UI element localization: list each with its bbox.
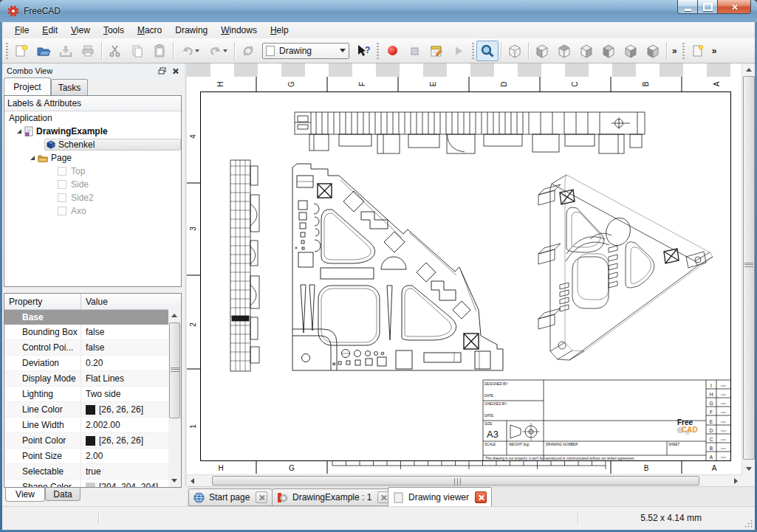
property-row[interactable]: Deviation0.20 — [4, 356, 168, 371]
scroll-up-icon[interactable] — [171, 314, 177, 317]
scrollbar-thumb[interactable] — [169, 322, 180, 418]
top-view-button[interactable] — [553, 41, 575, 61]
redo-dropdown-caret[interactable] — [223, 49, 227, 52]
property-scrollbar[interactable] — [168, 309, 181, 487]
macro-play-button[interactable] — [448, 41, 470, 61]
title-bar[interactable]: FreeCAD — [0, 0, 757, 23]
new-document-button[interactable] — [10, 41, 32, 61]
expander-icon[interactable] — [30, 156, 35, 160]
paste-button[interactable] — [148, 41, 171, 61]
menu-drawing[interactable]: Drawing — [168, 23, 214, 38]
vertical-scrollbar[interactable] — [741, 63, 755, 474]
close-panel-button[interactable] — [170, 66, 180, 75]
front-view-button[interactable] — [531, 41, 553, 61]
tree-item-page[interactable]: Page — [4, 151, 181, 165]
right-view-button[interactable] — [575, 41, 597, 61]
combo-view-titlebar[interactable]: Combo View — [2, 63, 185, 77]
menu-file[interactable]: File — [8, 23, 35, 38]
print-button[interactable] — [77, 41, 99, 61]
save-button[interactable] — [55, 41, 77, 61]
property-row[interactable]: Line Color[26, 26, 26] — [4, 402, 168, 418]
menu-view[interactable]: View — [64, 23, 97, 38]
rear-view-button[interactable] — [597, 41, 620, 61]
axonometric-view-button[interactable] — [504, 41, 526, 61]
tree-item-axo[interactable]: Axo — [4, 204, 181, 218]
expander-icon[interactable] — [17, 129, 21, 134]
property-row[interactable]: Point Color[26, 26, 26] — [4, 433, 168, 449]
resize-grip[interactable] — [744, 519, 753, 528]
property-row[interactable]: Bounding Boxfalse — [4, 325, 168, 340]
cube-top-icon — [556, 43, 572, 59]
svg-text:1: 1 — [189, 424, 197, 429]
toolbar-drag-handle[interactable] — [377, 43, 379, 59]
menu-macro[interactable]: Macro — [131, 23, 168, 38]
macro-stop-button[interactable] — [403, 41, 425, 61]
open-document-button[interactable] — [32, 41, 55, 61]
tab-data[interactable]: Data — [45, 488, 81, 501]
scroll-left-icon[interactable] — [191, 478, 194, 484]
tab-drawing-example[interactable]: DrawingExample : 1 — [272, 488, 394, 506]
scrollbar-thumb[interactable] — [212, 476, 699, 486]
property-row[interactable]: Selectabletrue — [4, 464, 168, 480]
tree-item-document[interactable]: DrawingExample — [4, 125, 181, 138]
maximize-button[interactable] — [697, 0, 718, 14]
toolbar-drag-handle[interactable] — [472, 43, 474, 59]
tab-view[interactable]: View — [5, 488, 45, 502]
toolbar-drag-handle[interactable] — [6, 43, 8, 59]
property-row[interactable]: Control Poi...false — [4, 340, 168, 356]
property-row[interactable]: Line Width2.002.00 — [4, 418, 168, 433]
column-header-property[interactable]: Property — [4, 294, 81, 309]
tree-item-top[interactable]: Top — [4, 165, 181, 178]
minimize-button[interactable] — [677, 0, 698, 14]
cut-button[interactable] — [104, 41, 126, 61]
tree-root-application[interactable]: Application — [4, 111, 181, 125]
drawing-viewer-canvas[interactable]: H G F E D C B A 4 3 2 1 H G B A — [187, 63, 741, 474]
workbench-selector[interactable]: Drawing — [262, 43, 349, 59]
left-view-button[interactable] — [642, 41, 664, 61]
whats-this-button[interactable]: ? — [352, 41, 374, 61]
tab-close-button[interactable] — [475, 491, 487, 503]
horizontal-scrollbar[interactable] — [187, 474, 741, 486]
svg-text:DRAWING NUMBER: DRAWING NUMBER — [546, 443, 578, 446]
macro-edit-button[interactable] — [425, 41, 448, 61]
redo-button[interactable] — [204, 41, 232, 61]
tab-tasks[interactable]: Tasks — [51, 79, 88, 95]
property-row[interactable]: Point Size2.00 — [4, 449, 168, 464]
column-header-value[interactable]: Value — [81, 294, 181, 309]
record-icon — [388, 46, 397, 55]
toolbar-drag-handle[interactable] — [682, 43, 685, 59]
toolbar-overflow-button[interactable]: » — [669, 46, 680, 56]
tree-item-side2[interactable]: Side2 — [4, 191, 181, 204]
property-row[interactable]: LightingTwo side — [4, 387, 168, 402]
bottom-view-button[interactable] — [620, 41, 642, 61]
menu-edit[interactable]: Edit — [35, 23, 64, 38]
property-group-base[interactable]: Base — [4, 310, 168, 325]
float-panel-button[interactable] — [157, 66, 167, 75]
tab-close-button[interactable] — [256, 491, 267, 503]
toolbar-overflow-button[interactable]: » — [709, 46, 720, 56]
undo-button[interactable] — [176, 41, 204, 61]
scroll-right-icon[interactable] — [734, 478, 738, 484]
scroll-down-icon[interactable] — [746, 467, 752, 471]
menu-windows[interactable]: Windows — [214, 23, 264, 38]
scrollbar-thumb[interactable] — [743, 76, 755, 460]
macro-record-button[interactable] — [381, 41, 403, 61]
tree-item-side[interactable]: Side — [4, 178, 181, 191]
drawing-page-icon — [266, 46, 275, 56]
property-row[interactable]: Shape Color[204, 204, 204] — [4, 480, 168, 488]
tab-project[interactable]: Project — [4, 77, 51, 95]
scroll-down-icon[interactable] — [171, 479, 177, 483]
tree-item-schenkel[interactable]: Schenkel — [4, 138, 181, 151]
tab-start-page[interactable]: Start page — [188, 488, 273, 506]
close-button[interactable] — [717, 0, 751, 14]
property-row[interactable]: Display ModeFlat Lines — [4, 371, 168, 387]
menu-help[interactable]: Help — [264, 23, 295, 38]
menu-tools[interactable]: Tools — [97, 23, 131, 38]
tab-drawing-viewer[interactable]: Drawing viewer — [388, 487, 492, 507]
refresh-button[interactable] — [237, 41, 259, 61]
new-sheet-button[interactable] — [687, 41, 709, 61]
undo-dropdown-caret[interactable] — [195, 49, 199, 52]
fit-all-button[interactable] — [476, 41, 499, 61]
copy-button[interactable] — [126, 41, 148, 61]
scroll-up-icon[interactable] — [746, 68, 752, 72]
